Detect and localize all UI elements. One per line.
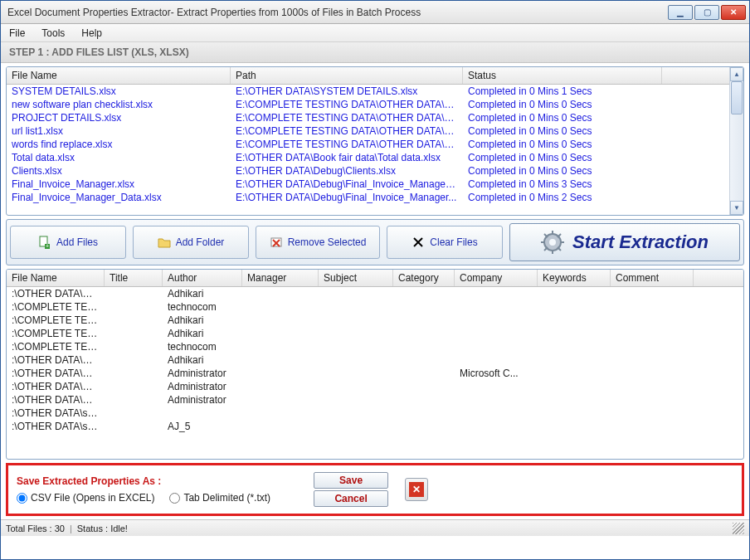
pcell-subject bbox=[319, 420, 393, 433]
menu-tools[interactable]: Tools bbox=[41, 27, 65, 39]
file-row[interactable]: Clients.xlsxE:\OTHER DATA\Debug\Clients.… bbox=[7, 164, 729, 178]
pcell-company bbox=[455, 327, 538, 340]
pcol-company[interactable]: Company bbox=[455, 270, 538, 286]
property-row[interactable]: :\COMPLETE TESTING DA...Adhikari bbox=[7, 327, 743, 340]
pcell-filename: :\OTHER DATA\SYSTEM D... bbox=[7, 287, 105, 300]
file-row[interactable]: Total data.xlsxE:\OTHER DATA\Book fair d… bbox=[7, 151, 729, 164]
cell-status: Completed in 0 Mins 0 Secs bbox=[463, 111, 662, 124]
pcol-keywords[interactable]: Keywords bbox=[538, 270, 611, 286]
property-row[interactable]: :\OTHER DATA\SYSTEM D...Adhikari bbox=[7, 287, 743, 300]
col-status[interactable]: Status bbox=[463, 67, 662, 84]
add-files-button[interactable]: + Add Files bbox=[10, 226, 126, 259]
pcell-title bbox=[105, 367, 163, 380]
close-x-icon: ✕ bbox=[409, 482, 424, 497]
pcell-comment bbox=[611, 340, 694, 353]
pcol-category[interactable]: Category bbox=[393, 270, 455, 286]
minimize-button[interactable]: ▁ bbox=[668, 5, 693, 20]
maximize-button[interactable]: ▢ bbox=[694, 5, 719, 20]
col-path[interactable]: Path bbox=[231, 67, 463, 84]
radio-tab[interactable]: Tab Delimited (*.txt) bbox=[169, 492, 270, 504]
scroll-down-icon[interactable]: ▼ bbox=[730, 201, 743, 215]
pcol-author[interactable]: Author bbox=[163, 270, 242, 286]
pcol-subject[interactable]: Subject bbox=[319, 270, 393, 286]
clear-files-button[interactable]: Clear Files bbox=[387, 226, 503, 259]
pcell-company bbox=[455, 340, 538, 353]
property-row[interactable]: :\OTHER DATA\Book fair ...Adhikari bbox=[7, 353, 743, 367]
cell-path: E:\OTHER DATA\Book fair data\Total data.… bbox=[231, 151, 463, 164]
pcell-filename: :\COMPLETE TESTING DA... bbox=[7, 327, 105, 340]
pcol-manager[interactable]: Manager bbox=[242, 270, 319, 286]
file-row[interactable]: Final_Invoice_Manager.xlsxE:\OTHER DATA\… bbox=[7, 178, 729, 191]
pcell-company bbox=[455, 393, 538, 407]
pcell-comment bbox=[611, 287, 694, 300]
radio-csv-input[interactable] bbox=[17, 493, 27, 504]
properties-grid: File Name Title Author Manager Subject C… bbox=[6, 269, 744, 460]
status-total-files: Total Files : 30 bbox=[6, 523, 65, 533]
pcol-filename[interactable]: File Name bbox=[7, 270, 105, 286]
pcell-subject bbox=[319, 367, 393, 380]
vertical-scrollbar[interactable]: ▲ ▼ bbox=[729, 67, 743, 215]
pcell-author: AJ_5 bbox=[163, 420, 242, 433]
cell-status: Completed in 0 Mins 0 Secs bbox=[463, 124, 662, 138]
cell-status: Completed in 0 Mins 3 Secs bbox=[463, 178, 662, 191]
save-button[interactable]: Save bbox=[314, 472, 388, 489]
file-row[interactable]: PROJECT DETAILS.xlsxE:\COMPLETE TESTING … bbox=[7, 111, 729, 124]
col-filename[interactable]: File Name bbox=[7, 67, 231, 84]
pcell-keywords bbox=[538, 353, 611, 367]
property-row[interactable]: :\OTHER DATA\software c...AJ_5 bbox=[7, 420, 743, 433]
cell-filename: words find replace.xlsx bbox=[7, 138, 231, 151]
close-button[interactable]: ✕ bbox=[721, 5, 746, 20]
pcell-comment bbox=[611, 300, 694, 314]
file-row[interactable]: words find replace.xlsxE:\COMPLETE TESTI… bbox=[7, 138, 729, 151]
pcell-category bbox=[393, 340, 455, 353]
cell-status: Completed in 0 Mins 0 Secs bbox=[463, 98, 662, 111]
remove-selected-button[interactable]: Remove Selected bbox=[256, 226, 380, 259]
pcell-title bbox=[105, 340, 163, 353]
cell-filename: Final_Invoice_Manager_Data.xlsx bbox=[7, 191, 231, 204]
pcell-filename: :\OTHER DATA\Debug\Cli... bbox=[7, 367, 105, 380]
property-row[interactable]: :\OTHER DATA\Debug\Cli...AdministratorMi… bbox=[7, 367, 743, 380]
pcell-comment bbox=[611, 314, 694, 327]
file-row[interactable]: url list1.xlsxE:\COMPLETE TESTING DATA\O… bbox=[7, 124, 729, 138]
pcell-keywords bbox=[538, 420, 611, 433]
menu-help[interactable]: Help bbox=[81, 27, 102, 39]
add-file-icon: + bbox=[38, 236, 51, 249]
scroll-up-icon[interactable]: ▲ bbox=[730, 67, 743, 81]
property-row[interactable]: :\COMPLETE TESTING DA...Adhikari bbox=[7, 314, 743, 327]
pcol-comment[interactable]: Comment bbox=[611, 270, 694, 286]
cancel-button[interactable]: Cancel bbox=[314, 490, 388, 507]
property-row[interactable]: :\OTHER DATA\Debug\Fi...Administrator bbox=[7, 393, 743, 407]
pcell-keywords bbox=[538, 287, 611, 300]
pcell-category bbox=[393, 367, 455, 380]
cell-filename: PROJECT DETAILS.xlsx bbox=[7, 111, 231, 124]
pcell-category bbox=[393, 420, 455, 433]
pcell-category bbox=[393, 300, 455, 314]
property-row[interactable]: :\COMPLETE TESTING DA...technocom bbox=[7, 300, 743, 314]
menu-file[interactable]: File bbox=[9, 27, 25, 39]
pcell-subject bbox=[319, 407, 393, 420]
pcell-filename: :\COMPLETE TESTING DA... bbox=[7, 300, 105, 314]
file-row[interactable]: Final_Invoice_Manager_Data.xlsxE:\OTHER … bbox=[7, 191, 729, 204]
scroll-thumb[interactable] bbox=[731, 81, 743, 114]
property-row[interactable]: :\COMPLETE TESTING DA...technocom bbox=[7, 340, 743, 353]
property-row[interactable]: :\OTHER DATA\Debug\Fi...Administrator bbox=[7, 380, 743, 393]
close-panel-button[interactable]: ✕ bbox=[405, 478, 428, 501]
radio-tab-input[interactable] bbox=[169, 493, 180, 504]
pcell-company bbox=[455, 353, 538, 367]
pcell-category bbox=[393, 380, 455, 393]
svg-line-17 bbox=[544, 247, 548, 251]
resize-grip[interactable] bbox=[733, 523, 744, 534]
pcell-author: Administrator bbox=[163, 367, 242, 380]
file-row[interactable]: SYSTEM DETAILS.xlsxE:\OTHER DATA\SYSTEM … bbox=[7, 85, 729, 98]
start-extraction-button[interactable]: Start Extraction bbox=[509, 223, 740, 261]
svg-line-16 bbox=[558, 234, 561, 237]
pcol-title[interactable]: Title bbox=[105, 270, 163, 286]
pcell-title bbox=[105, 393, 163, 407]
property-row[interactable]: :\OTHER DATA\software c... bbox=[7, 407, 743, 420]
remove-icon bbox=[270, 236, 283, 249]
add-folder-button[interactable]: Add Folder bbox=[133, 226, 249, 259]
pcell-author: Administrator bbox=[163, 380, 242, 393]
radio-csv[interactable]: CSV File (Opens in EXCEL) bbox=[17, 492, 154, 504]
file-row[interactable]: new software plan checklist.xlsxE:\COMPL… bbox=[7, 98, 729, 111]
pcell-title bbox=[105, 327, 163, 340]
